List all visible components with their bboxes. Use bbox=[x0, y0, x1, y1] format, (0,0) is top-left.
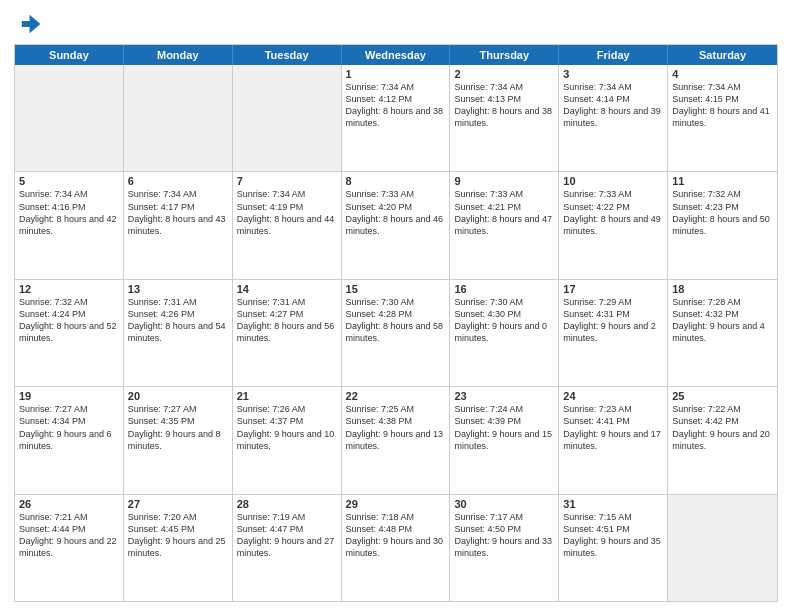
cell-info: Sunrise: 7:34 AM Sunset: 4:16 PM Dayligh… bbox=[19, 188, 119, 237]
cell-0-1 bbox=[124, 65, 233, 171]
cell-day-number: 30 bbox=[454, 498, 554, 510]
cell-day-number: 10 bbox=[563, 175, 663, 187]
day-headers: SundayMondayTuesdayWednesdayThursdayFrid… bbox=[15, 45, 777, 65]
cell-day-number: 18 bbox=[672, 283, 773, 295]
week-row-3: 19Sunrise: 7:27 AM Sunset: 4:34 PM Dayli… bbox=[15, 387, 777, 494]
cell-info: Sunrise: 7:20 AM Sunset: 4:45 PM Dayligh… bbox=[128, 511, 228, 560]
cell-day-number: 23 bbox=[454, 390, 554, 402]
cell-day-number: 29 bbox=[346, 498, 446, 510]
cell-day-number: 20 bbox=[128, 390, 228, 402]
day-header-wednesday: Wednesday bbox=[342, 45, 451, 65]
cell-0-0 bbox=[15, 65, 124, 171]
cell-day-number: 17 bbox=[563, 283, 663, 295]
cell-day-number: 3 bbox=[563, 68, 663, 80]
cell-2-2: 14Sunrise: 7:31 AM Sunset: 4:27 PM Dayli… bbox=[233, 280, 342, 386]
cell-info: Sunrise: 7:34 AM Sunset: 4:13 PM Dayligh… bbox=[454, 81, 554, 130]
cell-3-1: 20Sunrise: 7:27 AM Sunset: 4:35 PM Dayli… bbox=[124, 387, 233, 493]
cell-day-number: 13 bbox=[128, 283, 228, 295]
cell-1-6: 11Sunrise: 7:32 AM Sunset: 4:23 PM Dayli… bbox=[668, 172, 777, 278]
cell-info: Sunrise: 7:30 AM Sunset: 4:30 PM Dayligh… bbox=[454, 296, 554, 345]
cell-info: Sunrise: 7:15 AM Sunset: 4:51 PM Dayligh… bbox=[563, 511, 663, 560]
cell-1-4: 9Sunrise: 7:33 AM Sunset: 4:21 PM Daylig… bbox=[450, 172, 559, 278]
cell-info: Sunrise: 7:17 AM Sunset: 4:50 PM Dayligh… bbox=[454, 511, 554, 560]
cell-info: Sunrise: 7:33 AM Sunset: 4:21 PM Dayligh… bbox=[454, 188, 554, 237]
cell-3-0: 19Sunrise: 7:27 AM Sunset: 4:34 PM Dayli… bbox=[15, 387, 124, 493]
cell-day-number: 8 bbox=[346, 175, 446, 187]
cell-info: Sunrise: 7:34 AM Sunset: 4:14 PM Dayligh… bbox=[563, 81, 663, 130]
header bbox=[14, 10, 778, 38]
cell-info: Sunrise: 7:31 AM Sunset: 4:27 PM Dayligh… bbox=[237, 296, 337, 345]
cell-3-5: 24Sunrise: 7:23 AM Sunset: 4:41 PM Dayli… bbox=[559, 387, 668, 493]
cell-info: Sunrise: 7:33 AM Sunset: 4:22 PM Dayligh… bbox=[563, 188, 663, 237]
week-row-0: 1Sunrise: 7:34 AM Sunset: 4:12 PM Daylig… bbox=[15, 65, 777, 172]
cell-1-2: 7Sunrise: 7:34 AM Sunset: 4:19 PM Daylig… bbox=[233, 172, 342, 278]
cell-day-number: 6 bbox=[128, 175, 228, 187]
cell-1-1: 6Sunrise: 7:34 AM Sunset: 4:17 PM Daylig… bbox=[124, 172, 233, 278]
cell-1-5: 10Sunrise: 7:33 AM Sunset: 4:22 PM Dayli… bbox=[559, 172, 668, 278]
page: SundayMondayTuesdayWednesdayThursdayFrid… bbox=[0, 0, 792, 612]
cell-1-0: 5Sunrise: 7:34 AM Sunset: 4:16 PM Daylig… bbox=[15, 172, 124, 278]
cell-2-6: 18Sunrise: 7:28 AM Sunset: 4:32 PM Dayli… bbox=[668, 280, 777, 386]
cell-3-3: 22Sunrise: 7:25 AM Sunset: 4:38 PM Dayli… bbox=[342, 387, 451, 493]
cell-info: Sunrise: 7:27 AM Sunset: 4:35 PM Dayligh… bbox=[128, 403, 228, 452]
cell-day-number: 21 bbox=[237, 390, 337, 402]
cell-day-number: 9 bbox=[454, 175, 554, 187]
cell-info: Sunrise: 7:22 AM Sunset: 4:42 PM Dayligh… bbox=[672, 403, 773, 452]
cell-info: Sunrise: 7:33 AM Sunset: 4:20 PM Dayligh… bbox=[346, 188, 446, 237]
cell-day-number: 22 bbox=[346, 390, 446, 402]
cell-day-number: 15 bbox=[346, 283, 446, 295]
cell-info: Sunrise: 7:27 AM Sunset: 4:34 PM Dayligh… bbox=[19, 403, 119, 452]
cell-day-number: 12 bbox=[19, 283, 119, 295]
cell-day-number: 1 bbox=[346, 68, 446, 80]
cell-info: Sunrise: 7:19 AM Sunset: 4:47 PM Dayligh… bbox=[237, 511, 337, 560]
week-row-4: 26Sunrise: 7:21 AM Sunset: 4:44 PM Dayli… bbox=[15, 495, 777, 601]
cell-3-2: 21Sunrise: 7:26 AM Sunset: 4:37 PM Dayli… bbox=[233, 387, 342, 493]
cell-day-number: 5 bbox=[19, 175, 119, 187]
cell-day-number: 25 bbox=[672, 390, 773, 402]
cell-day-number: 27 bbox=[128, 498, 228, 510]
cell-4-1: 27Sunrise: 7:20 AM Sunset: 4:45 PM Dayli… bbox=[124, 495, 233, 601]
cell-day-number: 26 bbox=[19, 498, 119, 510]
week-row-1: 5Sunrise: 7:34 AM Sunset: 4:16 PM Daylig… bbox=[15, 172, 777, 279]
cell-day-number: 16 bbox=[454, 283, 554, 295]
cell-info: Sunrise: 7:26 AM Sunset: 4:37 PM Dayligh… bbox=[237, 403, 337, 452]
logo-icon bbox=[14, 10, 42, 38]
calendar: SundayMondayTuesdayWednesdayThursdayFrid… bbox=[14, 44, 778, 602]
cell-info: Sunrise: 7:34 AM Sunset: 4:12 PM Dayligh… bbox=[346, 81, 446, 130]
cell-4-5: 31Sunrise: 7:15 AM Sunset: 4:51 PM Dayli… bbox=[559, 495, 668, 601]
cell-info: Sunrise: 7:25 AM Sunset: 4:38 PM Dayligh… bbox=[346, 403, 446, 452]
cell-2-4: 16Sunrise: 7:30 AM Sunset: 4:30 PM Dayli… bbox=[450, 280, 559, 386]
cell-4-3: 29Sunrise: 7:18 AM Sunset: 4:48 PM Dayli… bbox=[342, 495, 451, 601]
cell-day-number: 31 bbox=[563, 498, 663, 510]
cell-day-number: 24 bbox=[563, 390, 663, 402]
day-header-friday: Friday bbox=[559, 45, 668, 65]
cell-2-5: 17Sunrise: 7:29 AM Sunset: 4:31 PM Dayli… bbox=[559, 280, 668, 386]
cell-info: Sunrise: 7:24 AM Sunset: 4:39 PM Dayligh… bbox=[454, 403, 554, 452]
cell-day-number: 19 bbox=[19, 390, 119, 402]
cell-day-number: 2 bbox=[454, 68, 554, 80]
cell-1-3: 8Sunrise: 7:33 AM Sunset: 4:20 PM Daylig… bbox=[342, 172, 451, 278]
cell-4-2: 28Sunrise: 7:19 AM Sunset: 4:47 PM Dayli… bbox=[233, 495, 342, 601]
cell-info: Sunrise: 7:32 AM Sunset: 4:23 PM Dayligh… bbox=[672, 188, 773, 237]
weeks: 1Sunrise: 7:34 AM Sunset: 4:12 PM Daylig… bbox=[15, 65, 777, 601]
cell-info: Sunrise: 7:18 AM Sunset: 4:48 PM Dayligh… bbox=[346, 511, 446, 560]
cell-info: Sunrise: 7:23 AM Sunset: 4:41 PM Dayligh… bbox=[563, 403, 663, 452]
cell-0-6: 4Sunrise: 7:34 AM Sunset: 4:15 PM Daylig… bbox=[668, 65, 777, 171]
day-header-sunday: Sunday bbox=[15, 45, 124, 65]
day-header-tuesday: Tuesday bbox=[233, 45, 342, 65]
cell-4-4: 30Sunrise: 7:17 AM Sunset: 4:50 PM Dayli… bbox=[450, 495, 559, 601]
cell-day-number: 11 bbox=[672, 175, 773, 187]
cell-info: Sunrise: 7:30 AM Sunset: 4:28 PM Dayligh… bbox=[346, 296, 446, 345]
cell-4-6 bbox=[668, 495, 777, 601]
cell-info: Sunrise: 7:32 AM Sunset: 4:24 PM Dayligh… bbox=[19, 296, 119, 345]
cell-0-4: 2Sunrise: 7:34 AM Sunset: 4:13 PM Daylig… bbox=[450, 65, 559, 171]
cell-0-2 bbox=[233, 65, 342, 171]
cell-info: Sunrise: 7:34 AM Sunset: 4:17 PM Dayligh… bbox=[128, 188, 228, 237]
cell-day-number: 7 bbox=[237, 175, 337, 187]
cell-0-5: 3Sunrise: 7:34 AM Sunset: 4:14 PM Daylig… bbox=[559, 65, 668, 171]
day-header-monday: Monday bbox=[124, 45, 233, 65]
logo bbox=[14, 10, 46, 38]
cell-info: Sunrise: 7:21 AM Sunset: 4:44 PM Dayligh… bbox=[19, 511, 119, 560]
cell-2-3: 15Sunrise: 7:30 AM Sunset: 4:28 PM Dayli… bbox=[342, 280, 451, 386]
cell-day-number: 14 bbox=[237, 283, 337, 295]
